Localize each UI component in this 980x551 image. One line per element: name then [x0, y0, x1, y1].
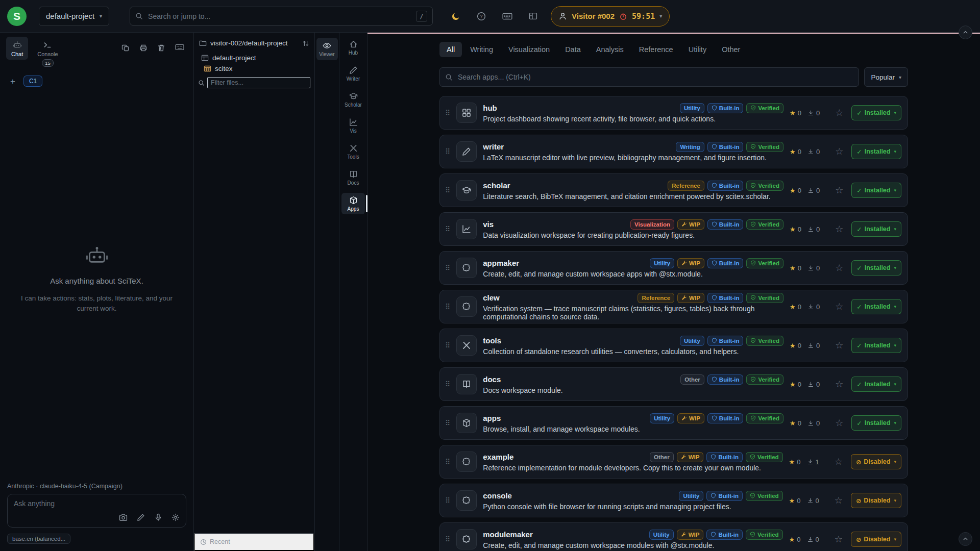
- global-search-input[interactable]: [147, 12, 412, 21]
- favorite-button[interactable]: ☆: [833, 106, 845, 119]
- favorite-button[interactable]: ☆: [833, 339, 845, 352]
- favorite-button[interactable]: ☆: [833, 145, 845, 158]
- rail-item-scholar[interactable]: Scholar: [341, 89, 365, 110]
- favorite-button[interactable]: ☆: [832, 494, 845, 507]
- tree-item-default-project[interactable]: default-project: [198, 53, 310, 63]
- print-chat-button[interactable]: [138, 43, 149, 53]
- favorite-button[interactable]: ☆: [833, 222, 845, 236]
- copy-chat-button[interactable]: [120, 43, 131, 53]
- status-button[interactable]: ✓ Installed ▾: [851, 338, 901, 353]
- chat-input-box[interactable]: [7, 494, 186, 528]
- project-selector[interactable]: default-project ▾: [39, 7, 109, 26]
- category-tab-reference[interactable]: Reference: [632, 42, 680, 57]
- delete-chat-button[interactable]: [156, 43, 166, 53]
- app-name[interactable]: vis: [483, 220, 494, 229]
- recent-files-button[interactable]: Recent: [194, 533, 314, 551]
- tree-item-scitex[interactable]: scitex: [201, 63, 310, 74]
- category-tab-analysis[interactable]: Analysis: [589, 42, 631, 57]
- favorite-button[interactable]: ☆: [833, 378, 845, 391]
- collapse-panel-button[interactable]: [959, 26, 972, 39]
- drag-handle-icon[interactable]: ⠿: [445, 341, 450, 349]
- status-button[interactable]: ✓ Installed ▾: [851, 415, 901, 431]
- status-button[interactable]: ✓ Installed ▾: [851, 377, 901, 392]
- drag-handle-icon[interactable]: ⠿: [445, 458, 450, 466]
- chat-shortcuts-button[interactable]: [174, 43, 185, 53]
- status-button[interactable]: ⊘ Disabled ▾: [851, 493, 901, 508]
- app-name[interactable]: docs: [483, 375, 501, 384]
- rail-item-vis[interactable]: Vis: [341, 115, 365, 136]
- status-button[interactable]: ⊘ Disabled ▾: [851, 532, 901, 547]
- category-tab-other[interactable]: Other: [715, 42, 747, 57]
- rail-item-apps[interactable]: Apps: [341, 193, 365, 214]
- status-button[interactable]: ✓ Installed ▾: [851, 221, 901, 237]
- app-name[interactable]: writer: [483, 142, 504, 151]
- status-button[interactable]: ⊘ Disabled ▾: [851, 454, 901, 469]
- app-name[interactable]: modulemaker: [483, 530, 533, 539]
- drag-handle-icon[interactable]: ⠿: [445, 303, 450, 311]
- chat-settings-button[interactable]: [170, 512, 181, 523]
- favorite-button[interactable]: ☆: [833, 261, 845, 274]
- compose-button[interactable]: [136, 512, 146, 523]
- viewer-toggle[interactable]: Viewer: [316, 38, 338, 60]
- keyboard-shortcuts-button[interactable]: [500, 11, 514, 22]
- global-search[interactable]: /: [130, 7, 433, 26]
- rail-item-hub[interactable]: Hub: [341, 37, 365, 58]
- favorite-button[interactable]: ☆: [832, 455, 845, 468]
- drag-handle-icon[interactable]: ⠿: [445, 147, 450, 156]
- tab-console[interactable]: Console 15: [32, 37, 63, 69]
- star-icon: ★: [790, 148, 796, 156]
- rail-item-writer[interactable]: Writer: [341, 63, 365, 84]
- voice-input-button[interactable]: [153, 512, 163, 523]
- drag-handle-icon[interactable]: ⠿: [445, 264, 450, 272]
- favorite-button[interactable]: ☆: [833, 416, 845, 430]
- scroll-to-top-button[interactable]: [959, 532, 972, 546]
- tab-chat[interactable]: Chat: [6, 37, 28, 60]
- category-tab-visualization[interactable]: Visualization: [501, 42, 557, 57]
- apps-search-input[interactable]: [457, 72, 853, 82]
- status-button[interactable]: ✓ Installed ▾: [851, 260, 901, 276]
- visitor-label: Visitor #002: [572, 12, 615, 20]
- app-name[interactable]: appmaker: [483, 259, 519, 267]
- app-name[interactable]: tools: [483, 336, 501, 345]
- app-name[interactable]: scholar: [483, 181, 510, 190]
- favorite-button[interactable]: ☆: [833, 184, 845, 197]
- rail-item-tools[interactable]: Tools: [341, 141, 365, 162]
- app-description: Literature search, BibTeX management, an…: [483, 192, 783, 201]
- apps-search-box[interactable]: [439, 67, 859, 87]
- app-name[interactable]: apps: [483, 414, 501, 422]
- help-button[interactable]: ?: [475, 10, 488, 23]
- sort-files-button[interactable]: [302, 40, 309, 47]
- status-button[interactable]: ✓ Installed ▾: [851, 183, 901, 198]
- favorite-button[interactable]: ☆: [833, 300, 845, 313]
- drag-handle-icon[interactable]: ⠿: [445, 109, 450, 117]
- rail-item-docs[interactable]: Docs: [341, 167, 365, 188]
- star-icon: ★: [790, 342, 796, 349]
- screenshot-button[interactable]: [118, 512, 129, 523]
- filter-files-input[interactable]: [207, 77, 310, 88]
- category-tab-data[interactable]: Data: [558, 42, 588, 57]
- drag-handle-icon[interactable]: ⠿: [445, 380, 450, 388]
- drag-handle-icon[interactable]: ⠿: [445, 535, 450, 543]
- status-button[interactable]: ✓ Installed ▾: [851, 105, 901, 120]
- sort-selector[interactable]: Popular ▾: [864, 67, 908, 87]
- drag-handle-icon[interactable]: ⠿: [445, 186, 450, 194]
- visitor-session-pill[interactable]: Visitor #002 59:51 ▾: [551, 6, 670, 27]
- app-name[interactable]: example: [483, 453, 513, 461]
- scitex-logo[interactable]: S: [7, 7, 27, 26]
- drag-handle-icon[interactable]: ⠿: [445, 419, 450, 427]
- drag-handle-icon[interactable]: ⠿: [445, 496, 450, 505]
- badge-utility: Utility: [650, 413, 674, 423]
- category-tab-all[interactable]: All: [439, 42, 462, 57]
- stt-model-selector[interactable]: base.en (balanced...: [7, 534, 70, 544]
- layout-panels-button[interactable]: [527, 10, 540, 22]
- status-button[interactable]: ✓ Installed ▾: [851, 144, 901, 159]
- dark-mode-toggle[interactable]: [449, 10, 462, 23]
- category-tab-writing[interactable]: Writing: [463, 42, 500, 57]
- drag-handle-icon[interactable]: ⠿: [445, 225, 450, 233]
- status-button[interactable]: ✓ Installed ▾: [851, 299, 901, 314]
- category-tab-utility[interactable]: Utility: [681, 42, 714, 57]
- favorite-button[interactable]: ☆: [832, 533, 845, 546]
- app-name[interactable]: hub: [483, 104, 497, 112]
- app-name[interactable]: clew: [483, 293, 500, 302]
- app-name[interactable]: console: [483, 491, 512, 500]
